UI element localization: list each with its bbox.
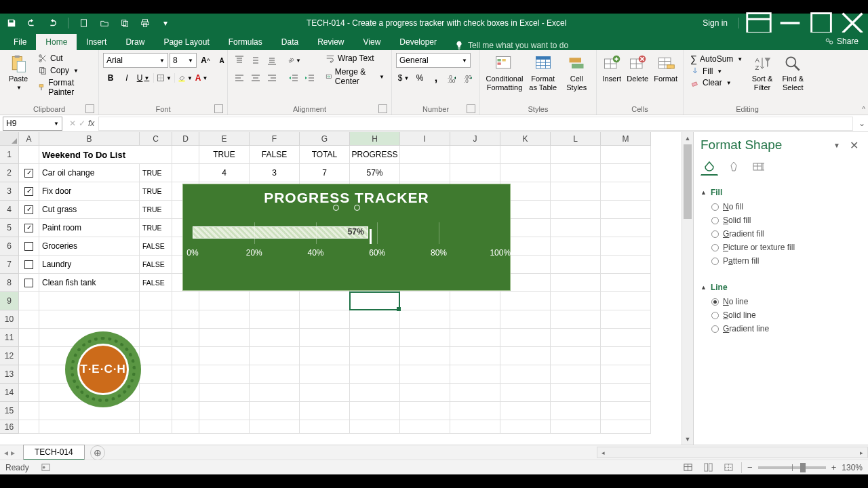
increase-font-icon[interactable]: A^ (198, 53, 213, 68)
cell[interactable] (19, 182, 39, 201)
conditional-formatting-button[interactable]: Conditional Formatting (484, 53, 525, 94)
decrease-indent-icon[interactable] (286, 70, 301, 85)
format-painter-button[interactable]: Format Painter (35, 77, 94, 98)
worksheet-grid[interactable]: ABCDEFGHIJKLM 12345678910111213141516 We… (0, 132, 693, 445)
cell[interactable] (350, 310, 400, 329)
tab-view[interactable]: View (354, 34, 391, 50)
cell[interactable] (551, 146, 601, 164)
cell[interactable] (350, 402, 400, 420)
cell[interactable]: Groceries (39, 237, 140, 256)
cell[interactable] (500, 146, 551, 164)
page-layout-view-icon[interactable] (701, 461, 715, 474)
line-section-header[interactable]: ▲Line (701, 279, 861, 295)
vertical-scrollbar[interactable]: ▲ ▼ (682, 132, 693, 445)
column-header[interactable]: E (199, 132, 250, 146)
cell[interactable] (450, 347, 500, 365)
task-checkbox[interactable] (24, 205, 33, 214)
cell[interactable] (500, 329, 551, 347)
cell[interactable] (601, 164, 651, 182)
progress-chart[interactable]: PROGRESS TRACKER 57% 0%20%40%60%80%100% (182, 184, 511, 291)
cell[interactable] (601, 347, 651, 365)
cell[interactable]: TRUE (199, 146, 250, 164)
cell[interactable] (250, 310, 300, 329)
row-header[interactable]: 9 (0, 292, 19, 310)
increase-decimal-icon[interactable]: .0.00 (445, 70, 460, 85)
cell[interactable] (551, 384, 601, 402)
cell[interactable] (551, 164, 601, 182)
cancel-formula-icon[interactable]: ✕ (69, 119, 76, 128)
column-header[interactable]: B (39, 132, 140, 146)
cell[interactable] (500, 310, 551, 329)
cell[interactable]: 3 (250, 164, 300, 182)
cell[interactable] (450, 402, 500, 420)
cell[interactable]: FALSE (140, 237, 172, 256)
cell[interactable] (19, 164, 39, 182)
sign-in-link[interactable]: Sign in (696, 18, 734, 28)
radio-picture-fill[interactable]: Picture or texture fill (701, 241, 861, 254)
cell[interactable] (601, 182, 651, 201)
row-header[interactable]: 4 (0, 201, 19, 219)
sheet-tab[interactable]: TECH-014 (23, 445, 85, 460)
sheet-nav-first-icon[interactable]: ◂ (4, 448, 8, 458)
cell[interactable] (400, 402, 450, 420)
radio-no-fill[interactable]: No fill (701, 200, 861, 214)
fill-section-header[interactable]: ▲Fill (701, 184, 861, 200)
column-header[interactable]: A (19, 132, 39, 146)
column-header[interactable]: H (350, 132, 400, 146)
align-middle-icon[interactable] (248, 53, 263, 68)
task-checkbox[interactable] (24, 260, 33, 269)
task-checkbox[interactable] (24, 187, 33, 196)
row-header[interactable]: 15 (0, 402, 19, 420)
merge-center-button[interactable]: Merge & Center▼ (323, 66, 387, 87)
cell[interactable]: FALSE (250, 146, 300, 164)
cell[interactable] (140, 310, 172, 329)
sort-filter-button[interactable]: AZSort & Filter (748, 53, 776, 94)
cell[interactable] (601, 219, 651, 237)
task-checkbox[interactable] (24, 279, 33, 287)
tab-draw[interactable]: Draw (116, 34, 154, 50)
column-header[interactable]: K (500, 132, 551, 146)
radio-no-line[interactable]: No line (701, 295, 861, 308)
cell[interactable] (199, 329, 250, 347)
cell[interactable] (601, 146, 651, 164)
cell[interactable] (450, 146, 500, 164)
cell[interactable] (39, 310, 140, 329)
task-checkbox[interactable] (24, 224, 33, 232)
cell[interactable] (250, 365, 300, 384)
font-size-combo[interactable]: 8▼ (170, 53, 197, 68)
cell[interactable]: FALSE (140, 256, 172, 274)
cell[interactable] (300, 329, 350, 347)
cell[interactable]: FALSE (140, 274, 172, 292)
fill-button[interactable]: Fill▼ (688, 66, 745, 77)
formula-input[interactable] (98, 117, 853, 131)
cell[interactable] (172, 402, 199, 420)
cell[interactable] (400, 347, 450, 365)
save-icon[interactable] (3, 14, 20, 32)
cell[interactable]: 57% (350, 164, 400, 182)
cell[interactable] (500, 164, 551, 182)
qat-print-icon[interactable] (136, 14, 154, 32)
cell[interactable] (551, 201, 601, 219)
cell[interactable] (19, 201, 39, 219)
autosum-button[interactable]: ∑AutoSum▼ (688, 53, 745, 65)
cell[interactable]: TOTAL (300, 146, 350, 164)
column-header[interactable]: I (400, 132, 450, 146)
cell[interactable]: Weekend To Do List (39, 146, 172, 164)
collapse-ribbon-icon[interactable]: ^ (862, 106, 865, 113)
task-checkbox[interactable] (24, 169, 33, 178)
close-icon[interactable] (837, 14, 868, 33)
bold-icon[interactable]: B (103, 70, 118, 85)
cell[interactable] (19, 329, 39, 347)
italic-icon[interactable]: I (119, 70, 134, 85)
radio-gradient-line[interactable]: Gradient line (701, 322, 861, 336)
radio-solid-fill[interactable]: Solid fill (701, 214, 861, 227)
align-top-icon[interactable] (232, 53, 247, 68)
tab-page-layout[interactable]: Page Layout (154, 34, 218, 50)
cell[interactable] (450, 365, 500, 384)
cell[interactable] (172, 384, 199, 402)
effects-tab-icon[interactable] (725, 158, 743, 176)
align-bottom-icon[interactable] (264, 53, 279, 68)
cell[interactable] (350, 384, 400, 402)
cell[interactable] (172, 164, 199, 182)
radio-gradient-fill[interactable]: Gradient fill (701, 227, 861, 241)
